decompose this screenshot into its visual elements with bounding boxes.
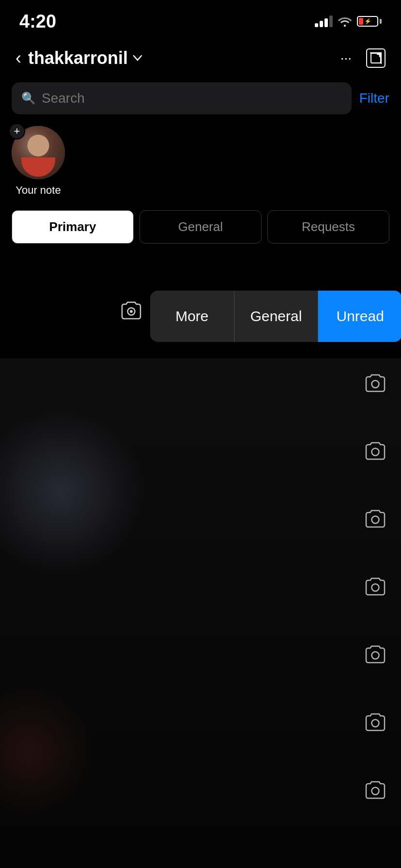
svg-line-1 bbox=[378, 53, 381, 56]
content-area bbox=[0, 358, 401, 868]
svg-point-8 bbox=[372, 652, 379, 659]
chevron-down-icon bbox=[133, 55, 142, 62]
camera-icon-6[interactable] bbox=[364, 712, 386, 736]
wifi-icon bbox=[338, 16, 352, 27]
camera-icon-7[interactable] bbox=[364, 780, 386, 804]
avatar-wrapper: + bbox=[12, 126, 65, 179]
tab-requests[interactable]: Requests bbox=[267, 210, 389, 244]
signal-icon bbox=[315, 16, 333, 27]
camera-icon-4[interactable] bbox=[364, 576, 386, 601]
header: ‹ thakkarronil ··· bbox=[0, 39, 401, 82]
tabs-section: Primary General Requests bbox=[0, 210, 401, 244]
camera-icon-1[interactable] bbox=[364, 373, 386, 397]
filter-more-option[interactable]: More bbox=[150, 291, 234, 342]
search-container: 🔍 Filter bbox=[0, 82, 401, 114]
search-input[interactable] bbox=[42, 91, 342, 106]
compose-svg bbox=[369, 51, 383, 65]
search-bar[interactable]: 🔍 bbox=[12, 82, 352, 114]
more-button[interactable]: ··· bbox=[340, 50, 352, 66]
tab-general[interactable]: General bbox=[139, 210, 262, 244]
your-note-label: Your note bbox=[15, 184, 61, 197]
svg-point-9 bbox=[372, 720, 379, 727]
camera-icon-left[interactable] bbox=[120, 300, 142, 325]
plus-icon: + bbox=[14, 126, 20, 137]
header-right: ··· bbox=[340, 48, 386, 68]
svg-point-3 bbox=[130, 310, 133, 313]
filter-button[interactable]: Filter bbox=[359, 91, 389, 106]
svg-point-4 bbox=[372, 381, 379, 388]
filter-dropdown: More General Unread bbox=[150, 291, 401, 342]
camera-icon-2[interactable] bbox=[364, 441, 386, 465]
battery-icon: ⚡ bbox=[357, 16, 382, 27]
svg-point-5 bbox=[372, 449, 379, 456]
status-time: 4:20 bbox=[19, 11, 56, 32]
status-bar: 4:20 ⚡ bbox=[0, 0, 401, 39]
add-note-button[interactable]: + bbox=[9, 123, 25, 140]
status-icons: ⚡ bbox=[315, 16, 382, 27]
username-container[interactable]: thakkarronil bbox=[28, 48, 142, 68]
filter-general-option[interactable]: General bbox=[234, 291, 319, 342]
glow-2 bbox=[0, 684, 97, 820]
svg-point-7 bbox=[372, 584, 379, 591]
svg-point-10 bbox=[372, 788, 379, 795]
back-button[interactable]: ‹ bbox=[15, 48, 21, 68]
svg-rect-0 bbox=[371, 53, 381, 63]
header-left: ‹ thakkarronil bbox=[15, 48, 142, 68]
camera-icon-5[interactable] bbox=[364, 644, 386, 668]
search-icon: 🔍 bbox=[21, 92, 36, 105]
camera-icon-3[interactable] bbox=[364, 509, 386, 533]
username-label: thakkarronil bbox=[28, 48, 128, 68]
stories-section: + Your note bbox=[0, 126, 401, 197]
your-note-item[interactable]: + Your note bbox=[12, 126, 65, 197]
camera-icons-right bbox=[364, 373, 386, 804]
svg-point-6 bbox=[372, 516, 379, 524]
tab-primary[interactable]: Primary bbox=[12, 210, 134, 244]
compose-button[interactable] bbox=[366, 48, 386, 68]
glow-1 bbox=[0, 407, 145, 576]
filter-unread-option[interactable]: Unread bbox=[318, 291, 401, 342]
